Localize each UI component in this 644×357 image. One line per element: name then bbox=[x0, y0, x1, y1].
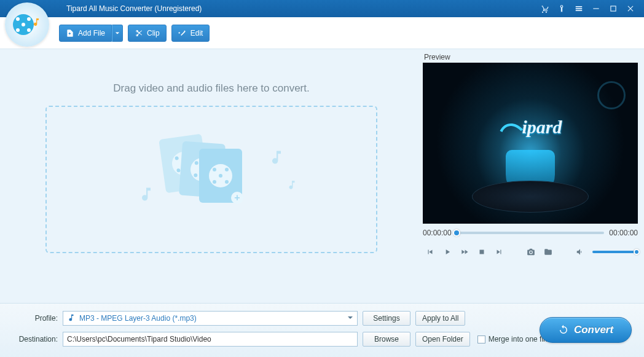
main-area: Drag video and audio files here to conve… bbox=[0, 49, 644, 303]
profile-label: Profile: bbox=[10, 314, 58, 323]
play-button[interactable] bbox=[440, 245, 455, 259]
profile-value: MP3 - MPEG Layer-3 Audio (*.mp3) bbox=[79, 314, 344, 323]
skip-prev-icon bbox=[426, 248, 434, 256]
music-note-icon bbox=[268, 149, 285, 168]
dropzone[interactable]: + bbox=[45, 106, 377, 253]
profile-combo[interactable]: MP3 - MPEG Layer-3 Audio (*.mp3) bbox=[63, 311, 358, 326]
film-reel-icon bbox=[597, 81, 626, 109]
titlebar: Tipard All Music Converter (Unregistered… bbox=[0, 0, 644, 17]
play-icon bbox=[443, 248, 452, 256]
music-note-icon bbox=[138, 186, 155, 205]
settings-button[interactable]: Settings bbox=[363, 311, 410, 326]
open-folder-button[interactable]: Open Folder bbox=[415, 332, 470, 347]
cart-icon[interactable] bbox=[538, 2, 551, 15]
drop-art: + bbox=[150, 130, 273, 229]
apply-all-button[interactable]: Apply to All bbox=[415, 311, 465, 326]
add-file-dropdown[interactable] bbox=[112, 25, 123, 42]
volume-slider[interactable] bbox=[592, 251, 637, 253]
playback-controls bbox=[423, 245, 638, 259]
merge-label: Merge into one file bbox=[489, 335, 549, 343]
mp3-icon bbox=[67, 313, 76, 324]
forward-button[interactable] bbox=[457, 245, 472, 259]
film-reel-icon bbox=[13, 14, 34, 35]
seek-slider[interactable] bbox=[457, 232, 605, 234]
menu-icon[interactable] bbox=[573, 2, 585, 15]
preview-video[interactable]: ipard bbox=[423, 63, 638, 224]
browse-button[interactable]: Browse bbox=[363, 332, 410, 347]
brand-logo: ipard bbox=[498, 117, 562, 138]
edit-button[interactable]: Edit bbox=[171, 25, 210, 42]
time-row: 00:00:00 00:00:00 bbox=[423, 229, 638, 237]
add-file-button[interactable]: Add File bbox=[59, 25, 112, 42]
wand-icon bbox=[178, 29, 187, 37]
clip-label: Clip bbox=[147, 29, 160, 37]
app-logo bbox=[5, 2, 49, 47]
volume-button[interactable] bbox=[573, 245, 587, 259]
app-title: Tipard All Music Converter (Unregistered… bbox=[66, 4, 202, 13]
scissors-icon bbox=[135, 29, 143, 37]
stop-icon bbox=[477, 248, 486, 256]
checkbox-icon bbox=[477, 335, 485, 343]
convert-label: Convert bbox=[574, 324, 613, 336]
add-file-label: Add File bbox=[78, 29, 105, 37]
convert-button[interactable]: Convert bbox=[540, 317, 632, 343]
time-current: 00:00:00 bbox=[423, 229, 452, 237]
svg-rect-1 bbox=[611, 6, 616, 11]
snapshot-button[interactable] bbox=[524, 245, 538, 259]
stop-button[interactable] bbox=[474, 245, 489, 259]
fast-forward-icon bbox=[460, 248, 469, 256]
preview-panel: Preview ipard 00:00:00 00:00:00 bbox=[423, 49, 644, 303]
add-file-split: Add File bbox=[59, 25, 123, 42]
preview-label: Preview bbox=[424, 53, 638, 61]
snapshot-folder-button[interactable] bbox=[541, 245, 556, 259]
destination-label: Destination: bbox=[10, 335, 58, 343]
svg-rect-0 bbox=[593, 8, 599, 9]
merge-checkbox[interactable]: Merge into one file bbox=[477, 335, 549, 343]
maximize-icon[interactable] bbox=[607, 2, 619, 15]
bottom-bar: Profile: MP3 - MPEG Layer-3 Audio (*.mp3… bbox=[0, 303, 644, 357]
svg-rect-2 bbox=[480, 250, 484, 254]
edit-label: Edit bbox=[190, 29, 203, 37]
file-list-panel: Drag video and audio files here to conve… bbox=[0, 49, 423, 303]
folder-icon bbox=[544, 248, 552, 256]
minimize-icon[interactable] bbox=[590, 2, 602, 15]
drop-instruction: Drag video and audio files here to conve… bbox=[113, 82, 309, 95]
convert-icon bbox=[558, 324, 569, 335]
chevron-down-icon bbox=[347, 314, 353, 323]
close-icon[interactable] bbox=[624, 2, 637, 15]
music-note-icon bbox=[286, 179, 297, 193]
brand-text: ipard bbox=[522, 117, 562, 138]
clip-button[interactable]: Clip bbox=[128, 25, 167, 42]
volume-icon bbox=[576, 248, 584, 256]
time-total: 00:00:00 bbox=[609, 229, 638, 237]
chevron-down-icon bbox=[115, 31, 120, 36]
add-file-icon bbox=[66, 29, 74, 37]
key-icon[interactable] bbox=[556, 2, 568, 15]
skip-next-icon bbox=[495, 248, 503, 256]
next-button[interactable] bbox=[492, 245, 506, 259]
prev-button[interactable] bbox=[423, 245, 438, 259]
toolbar: Add File Clip Edit bbox=[0, 17, 644, 49]
plus-icon: + bbox=[231, 192, 243, 204]
camera-icon bbox=[527, 248, 535, 256]
destination-field[interactable]: C:\Users\pc\Documents\Tipard Studio\Vide… bbox=[63, 332, 358, 347]
